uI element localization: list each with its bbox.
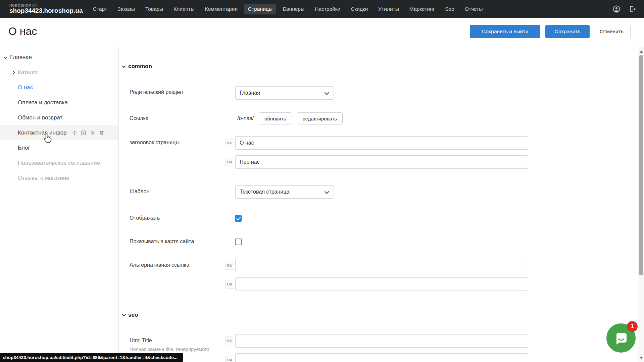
gear-icon[interactable] <box>90 130 96 136</box>
template-value: Текстовая страница <box>240 189 289 195</box>
chat-bubble-icon <box>613 330 629 346</box>
cancel-button[interactable]: Отменить <box>593 25 631 38</box>
page-tree: ГлавнаяКаталогО насОплата и доставкаОбме… <box>0 50 118 186</box>
lang-ru-badge: RU <box>225 337 234 345</box>
page-heading-ru-input[interactable] <box>235 136 528 150</box>
lang-ru-badge: RU <box>225 261 234 270</box>
nav-right <box>612 5 637 13</box>
tree-item-label: Контактная инфор <box>18 130 67 136</box>
tree-item[interactable]: Пользовательское соглашение <box>0 155 118 170</box>
tree-item-label: О нас <box>18 84 33 91</box>
link-edit-button[interactable]: редактировать <box>297 112 343 124</box>
nav-item-настройки[interactable]: Настройки <box>311 4 344 14</box>
template-select[interactable]: Текстовая страница <box>235 185 334 199</box>
page-heading-label: заголовок страницы <box>130 140 180 146</box>
link-label: Ссылка <box>130 115 149 121</box>
page-header: О нас Сохранить и выйти Сохранить Отмени… <box>0 18 644 47</box>
link-row: /o-nas/ обновить редактировать <box>237 112 343 125</box>
trash-icon[interactable] <box>99 130 105 136</box>
alt-link-ru-input[interactable] <box>235 259 528 272</box>
page-title: О нас <box>8 25 37 38</box>
chevron-right-icon[interactable] <box>11 70 15 74</box>
section-common-label: common <box>128 63 152 70</box>
sidebar: ГлавнаяКаталогО насОплата и доставкаОбме… <box>0 47 118 362</box>
chat-unread-badge: 1 <box>627 321 638 332</box>
nav-item-страницы[interactable]: Страницы <box>244 4 276 14</box>
tree-item[interactable]: Блог <box>0 140 118 155</box>
display-checkbox[interactable] <box>235 215 242 222</box>
link-path: /o-nas/ <box>237 115 254 121</box>
nav-item-заказы[interactable]: Заказы <box>114 4 139 14</box>
page-heading-ru-row: RU <box>225 136 528 150</box>
tree-item-label: Пользовательское соглашение <box>18 160 100 166</box>
nav-item-отчеты[interactable]: Отчеты <box>461 4 487 14</box>
sidebar-divider <box>118 47 119 362</box>
logout-icon[interactable] <box>629 5 637 13</box>
chevron-down-icon <box>122 64 126 68</box>
vertical-scrollbar[interactable] <box>638 47 644 362</box>
scroll-down-arrow-icon[interactable] <box>640 357 643 359</box>
nav-item-утилиты[interactable]: Утилиты <box>375 4 403 14</box>
tree-item-label: Отзывы о магазине <box>18 175 69 182</box>
scroll-up-arrow-icon[interactable] <box>640 50 643 53</box>
section-common[interactable]: common <box>122 63 152 70</box>
logo-version: HOROSHOP V4 <box>9 4 89 7</box>
section-seo[interactable]: seo <box>122 312 138 318</box>
tree-item[interactable]: Отзывы о магазине <box>0 170 118 186</box>
tree-item[interactable]: Контактная инфор <box>0 125 118 140</box>
nav-item-баннеры[interactable]: Баннеры <box>279 4 308 14</box>
move-icon[interactable] <box>71 130 78 136</box>
logo[interactable]: HOROSHOP V4 shop34423.horoshop.ua <box>9 4 89 14</box>
html-title-hint: Полная замена title, генерируемого <box>130 347 209 352</box>
html-title-ua-row: UA <box>225 353 528 362</box>
nav-item-товары[interactable]: Товары <box>142 4 167 14</box>
nav-item-старт[interactable]: Старт <box>89 4 111 14</box>
nav-item-комментарии[interactable]: Комментарии <box>201 4 241 14</box>
link-update-button[interactable]: обновить <box>259 112 292 124</box>
chat-widget-button[interactable]: 1 <box>606 323 636 353</box>
save-and-exit-button[interactable]: Сохранить и выйти <box>470 25 540 38</box>
add-icon[interactable] <box>81 130 87 136</box>
alt-link-label: Альтернативная ссылка <box>130 262 189 268</box>
nav-item-seo[interactable]: Seo <box>441 4 458 14</box>
nav-menu: СтартЗаказыТоварыКлиентыКомментарииСтран… <box>89 4 486 14</box>
html-title-ua-input[interactable] <box>235 353 528 362</box>
tree-item-label: Главная <box>10 54 32 61</box>
user-avatar-icon[interactable] <box>612 5 621 13</box>
tree-item[interactable]: Главная <box>0 50 118 65</box>
alt-link-ua-input[interactable] <box>235 277 528 291</box>
lang-ru-badge: RU <box>225 139 234 147</box>
tree-item-label: Оплата и доставка <box>18 99 68 106</box>
html-title-ru-row: RU <box>225 334 528 348</box>
html-title-ru-input[interactable] <box>235 334 528 348</box>
parent-section-label: Родительский раздел <box>130 89 183 95</box>
page-heading-ua-input[interactable] <box>235 155 528 169</box>
lang-ua-badge: UA <box>225 280 234 289</box>
scrollbar-thumb[interactable] <box>639 55 643 275</box>
tree-item-label: Обмен и возврат <box>18 114 62 121</box>
tree-item[interactable]: Каталог <box>0 65 118 80</box>
lang-ua-badge: UA <box>225 158 234 166</box>
status-url-bar: shop34423.horoshop.ua/edit/edit.php?id=6… <box>0 353 183 362</box>
display-label: Отображать <box>130 215 160 221</box>
tree-item[interactable]: Оплата и доставка <box>0 95 118 110</box>
alt-link-ua-row: UA <box>225 277 528 291</box>
nav-item-клиенты[interactable]: Клиенты <box>170 4 198 14</box>
lang-ua-badge: UA <box>225 356 234 362</box>
logo-domain: shop34423.horoshop.ua <box>9 7 89 14</box>
top-navbar: HOROSHOP V4 shop34423.horoshop.ua СтартЗ… <box>0 0 644 18</box>
nav-item-скидки[interactable]: Скидки <box>347 4 371 14</box>
nav-item-маркетинг[interactable]: Маркетинг <box>406 4 438 14</box>
template-label: Шаблон <box>130 189 149 195</box>
sitemap-checkbox[interactable] <box>235 239 242 245</box>
tree-item[interactable]: Обмен и возврат <box>0 110 118 125</box>
chevron-down-icon <box>122 313 126 316</box>
tree-item[interactable]: О нас <box>0 80 118 95</box>
chevron-down-icon[interactable] <box>3 55 7 58</box>
tree-item-actions <box>71 130 105 136</box>
save-button[interactable]: Сохранить <box>545 25 590 38</box>
html-title-label: Html Title <box>130 338 152 344</box>
parent-section-select[interactable]: Главная <box>235 86 334 100</box>
tree-item-label: Блог <box>18 145 30 151</box>
alt-link-ru-row: RU <box>225 259 528 272</box>
